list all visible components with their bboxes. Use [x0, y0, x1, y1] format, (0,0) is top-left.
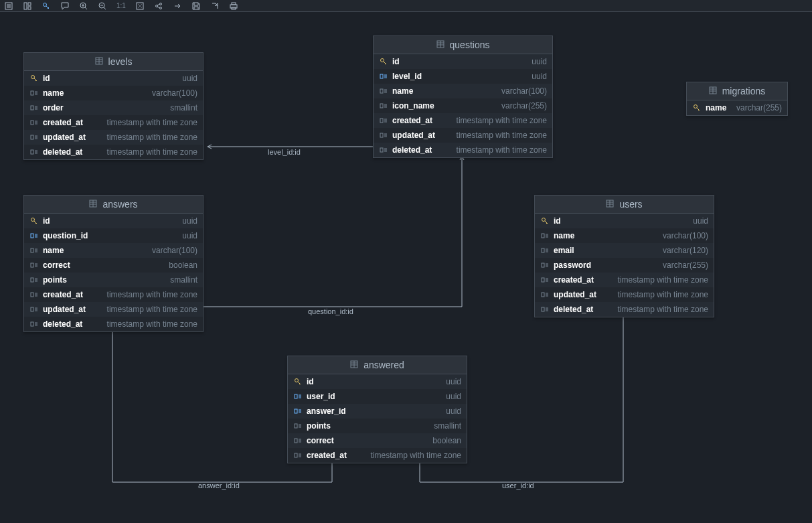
entity-levels[interactable]: levelsiduuidnamevarchar(100)ordersmallin… — [23, 52, 204, 160]
column-row[interactable]: emailvarchar(120) — [535, 243, 714, 258]
key-icon[interactable] — [42, 1, 51, 11]
column-row[interactable]: ordersmallint — [24, 100, 203, 115]
column-name: password — [554, 260, 591, 270]
column-row[interactable]: created_attimestamp with time zone — [24, 287, 203, 302]
table-icon — [606, 200, 614, 210]
column-row[interactable]: level_iduuid — [374, 69, 552, 84]
column-row[interactable]: updated_attimestamp with time zone — [24, 302, 203, 317]
column-row[interactable]: iduuid — [374, 54, 552, 69]
column-icon — [293, 422, 303, 430]
column-row[interactable]: deleted_attimestamp with time zone — [535, 302, 714, 317]
column-name: created_at — [307, 451, 347, 460]
svg-rect-39 — [31, 322, 33, 326]
column-name: name — [392, 86, 413, 96]
column-row[interactable]: pointssmallint — [24, 273, 203, 287]
zoom-ratio-button[interactable]: 1:1 — [116, 2, 126, 9]
svg-rect-46 — [542, 293, 544, 297]
column-row[interactable]: deleted_attimestamp with time zone — [24, 145, 203, 159]
entity-migrations[interactable]: migrationsnamevarchar(255) — [686, 82, 788, 116]
column-row[interactable]: namevarchar(100) — [24, 86, 203, 100]
entity-header[interactable]: answered — [288, 356, 467, 374]
column-row[interactable]: created_attimestamp with time zone — [374, 113, 552, 128]
column-row[interactable]: created_attimestamp with time zone — [535, 273, 714, 287]
entity-questions[interactable]: questionsiduuidlevel_iduuidnamevarchar(1… — [373, 35, 553, 158]
print-icon[interactable] — [229, 1, 238, 11]
column-icon — [29, 104, 39, 112]
svg-rect-26 — [380, 119, 383, 123]
column-type: varchar(100) — [152, 88, 197, 98]
column-name: deleted_at — [43, 147, 82, 157]
foreign-key-icon — [293, 392, 303, 400]
svg-point-15 — [31, 76, 35, 79]
entity-header[interactable]: questions — [374, 36, 552, 54]
fit-icon[interactable] — [135, 1, 145, 11]
column-row[interactable]: iduuid — [24, 71, 203, 86]
column-row[interactable]: passwordvarchar(255) — [535, 258, 714, 273]
share-icon[interactable] — [154, 1, 163, 11]
comment-icon[interactable] — [60, 1, 70, 11]
column-name: id — [307, 377, 314, 386]
save-icon[interactable] — [191, 1, 201, 11]
entity-header[interactable]: answers — [24, 196, 203, 214]
svg-rect-17 — [31, 106, 33, 110]
column-name: user_id — [307, 392, 335, 401]
column-row[interactable]: deleted_attimestamp with time zone — [24, 317, 203, 331]
entity-answers[interactable]: answersiduuidquestion_iduuidnamevarchar(… — [23, 195, 204, 332]
erd-canvas[interactable]: level_id:id question_id:id answer_id:id … — [0, 12, 812, 523]
entity-header[interactable]: users — [535, 196, 714, 214]
column-row[interactable]: created_attimestamp with time zone — [24, 115, 203, 130]
column-row[interactable]: user_iduuid — [288, 389, 467, 404]
layout-icon[interactable] — [23, 1, 32, 11]
column-icon — [379, 87, 388, 95]
column-row[interactable]: correctboolean — [24, 258, 203, 273]
column-row[interactable]: namevarchar(255) — [687, 100, 787, 115]
foreign-key-icon — [29, 232, 39, 240]
column-row[interactable]: created_attimestamp with time zone — [288, 448, 467, 463]
column-type: timestamp with time zone — [457, 116, 547, 125]
column-row[interactable]: updated_attimestamp with time zone — [374, 128, 552, 143]
column-name: updated_at — [43, 133, 86, 142]
entity-header[interactable]: migrations — [687, 82, 787, 100]
svg-rect-33 — [31, 234, 33, 238]
column-type: uuid — [532, 72, 547, 81]
primary-key-icon — [379, 58, 388, 66]
column-name: updated_at — [43, 305, 86, 314]
arrow-icon[interactable] — [173, 1, 182, 11]
column-row[interactable]: correctboolean — [288, 433, 467, 448]
column-name: created_at — [43, 118, 83, 127]
column-row[interactable]: answer_iduuid — [288, 404, 467, 419]
zoom-out-icon[interactable] — [98, 1, 107, 11]
zoom-in-icon[interactable] — [79, 1, 88, 11]
browse-icon[interactable] — [4, 1, 13, 11]
column-type: timestamp with time zone — [618, 275, 708, 285]
column-row[interactable]: updated_attimestamp with time zone — [535, 287, 714, 302]
entity-answered[interactable]: answerediduuiduser_iduuidanswer_iduuidpo… — [287, 356, 467, 463]
svg-rect-35 — [31, 263, 33, 267]
export-icon[interactable] — [210, 1, 220, 11]
column-type: varchar(255) — [736, 103, 782, 113]
column-name: id — [392, 57, 400, 66]
column-row[interactable]: iduuid — [288, 374, 467, 389]
column-type: timestamp with time zone — [107, 305, 197, 314]
column-row[interactable]: iduuid — [535, 214, 714, 228]
column-row[interactable]: updated_attimestamp with time zone — [24, 130, 203, 145]
svg-rect-45 — [542, 278, 544, 282]
column-row[interactable]: deleted_attimestamp with time zone — [374, 143, 552, 157]
column-row[interactable]: namevarchar(100) — [535, 228, 714, 243]
svg-point-22 — [381, 59, 384, 62]
column-name: correct — [307, 436, 334, 445]
column-type: varchar(120) — [663, 246, 708, 255]
table-icon — [350, 360, 358, 370]
column-row[interactable]: question_iduuid — [24, 228, 203, 243]
entity-header[interactable]: levels — [24, 53, 203, 71]
column-row[interactable]: namevarchar(100) — [374, 84, 552, 98]
column-icon — [29, 305, 39, 313]
column-row[interactable]: namevarchar(100) — [24, 243, 203, 258]
svg-rect-19 — [31, 135, 33, 139]
column-row[interactable]: iduuid — [24, 214, 203, 228]
entity-users[interactable]: usersiduuidnamevarchar(100)emailvarchar(… — [534, 195, 714, 317]
column-row[interactable]: icon_namevarchar(255) — [374, 98, 552, 113]
svg-rect-1 — [24, 3, 27, 9]
column-row[interactable]: pointssmallint — [288, 419, 467, 433]
column-icon — [540, 305, 550, 313]
